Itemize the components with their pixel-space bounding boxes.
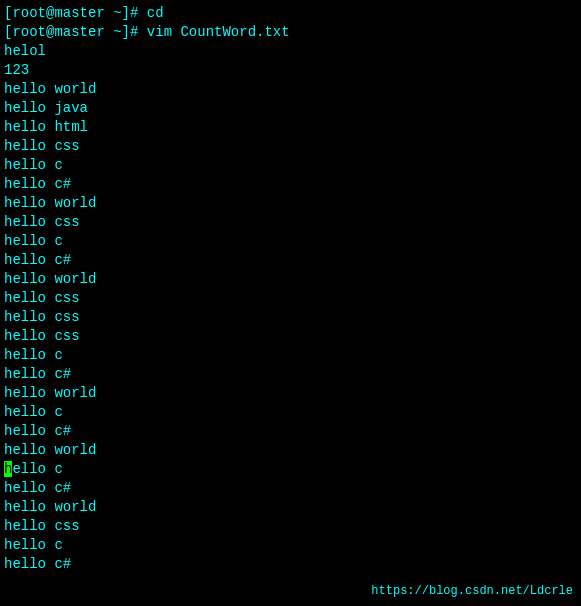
terminal-line: hello c# bbox=[4, 555, 577, 574]
terminal-line: hello world bbox=[4, 194, 577, 213]
terminal-output: [root@master ~]# cd[root@master ~]# vim … bbox=[4, 4, 577, 574]
terminal-line: hello java bbox=[4, 99, 577, 118]
terminal-line: hello world bbox=[4, 384, 577, 403]
terminal-line: [root@master ~]# vim CountWord.txt bbox=[4, 23, 577, 42]
terminal-line: hello css bbox=[4, 289, 577, 308]
terminal-line: hello c# bbox=[4, 422, 577, 441]
terminal-line: hello css bbox=[4, 213, 577, 232]
terminal-line: hello world bbox=[4, 270, 577, 289]
terminal-line: hello c# bbox=[4, 479, 577, 498]
terminal-line: hello css bbox=[4, 137, 577, 156]
watermark: https://blog.csdn.net/Ldcrle bbox=[371, 584, 573, 598]
terminal-line: hello c# bbox=[4, 251, 577, 270]
terminal-line: hello css bbox=[4, 308, 577, 327]
terminal-line: hello world bbox=[4, 498, 577, 517]
terminal-line: hello c bbox=[4, 536, 577, 555]
terminal-window: [root@master ~]# cd[root@master ~]# vim … bbox=[0, 0, 581, 606]
terminal-line: hello c bbox=[4, 403, 577, 422]
terminal-line: hello c bbox=[4, 232, 577, 251]
terminal-line: hello c# bbox=[4, 365, 577, 384]
terminal-line: hello world bbox=[4, 441, 577, 460]
terminal-line: 123 bbox=[4, 61, 577, 80]
terminal-line: hello c bbox=[4, 156, 577, 175]
terminal-line: hello world bbox=[4, 80, 577, 99]
terminal-line: hello c# bbox=[4, 175, 577, 194]
terminal-line: [root@master ~]# cd bbox=[4, 4, 577, 23]
terminal-line: hello css bbox=[4, 517, 577, 536]
terminal-line: helol bbox=[4, 42, 577, 61]
terminal-line: hello c bbox=[4, 346, 577, 365]
terminal-line: hello css bbox=[4, 327, 577, 346]
cursor: h bbox=[4, 461, 12, 477]
terminal-line: hello html bbox=[4, 118, 577, 137]
terminal-line: hello c bbox=[4, 460, 577, 479]
